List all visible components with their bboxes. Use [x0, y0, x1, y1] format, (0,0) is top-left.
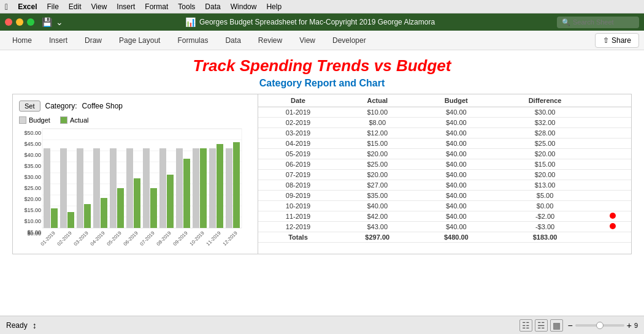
col-actual: Actual [338, 94, 417, 107]
svg-text:$35.00: $35.00 [24, 163, 41, 169]
indicator-cell [594, 191, 631, 201]
menu-excel[interactable]: Excel [18, 2, 37, 11]
cell-actual: $12.00 [338, 128, 417, 139]
tab-insert[interactable]: Insert [42, 32, 75, 48]
menu-tools[interactable]: Tools [178, 2, 195, 11]
zoom-in-icon[interactable]: + [627, 321, 632, 330]
table-row: 05-2019 $20.00 $40.00 $20.00 [258, 149, 631, 159]
share-label: Share [611, 36, 631, 45]
page-view-icon[interactable]: ☵ [535, 319, 548, 332]
zoom-thumb [596, 322, 604, 329]
cell-date: 08-2019 [258, 180, 338, 191]
svg-rect-23 [51, 208, 58, 228]
menu-window[interactable]: Window [231, 2, 257, 11]
search-input[interactable] [573, 18, 634, 26]
cell-budget: $40.00 [417, 118, 496, 128]
svg-text:$45.00: $45.00 [24, 141, 41, 147]
indicator-cell [594, 159, 631, 170]
table-section: Date Actual Budget Difference 01-2019 $1… [258, 94, 631, 254]
cell-diff: $20.00 [496, 149, 594, 159]
tab-view[interactable]: View [292, 32, 323, 48]
totals-label: Totals [258, 232, 338, 243]
maximize-button[interactable] [27, 18, 34, 26]
category-value: Coffee Shop [82, 102, 123, 110]
search-box[interactable]: 🔍 [557, 17, 639, 28]
report-container: Set Category: Coffee Shop Budget Actual … [12, 94, 632, 254]
table-row: 09-2019 $35.00 $40.00 $5.00 [258, 191, 631, 201]
main-content: Track Spending Trends vs Budget Category… [0, 50, 644, 316]
page-break-icon[interactable]: ▦ [550, 319, 563, 332]
cell-actual: $25.00 [338, 159, 417, 170]
save-icon[interactable]: 💾 [42, 17, 52, 27]
share-icon: ⇧ [603, 36, 609, 45]
cell-diff: $25.00 [496, 139, 594, 149]
cell-budget: $40.00 [417, 149, 496, 159]
svg-text:$40.00: $40.00 [24, 152, 41, 158]
cell-diff: -$2.00 [496, 211, 594, 222]
close-button[interactable] [5, 18, 12, 26]
svg-rect-35 [117, 188, 124, 228]
tab-draw[interactable]: Draw [77, 32, 109, 48]
cell-date: 02-2019 [258, 118, 338, 128]
apple-menu[interactable]:  [5, 2, 8, 12]
grid-view-icon[interactable]: ☷ [519, 319, 532, 332]
cell-actual: $8.00 [338, 118, 417, 128]
traffic-lights [5, 18, 34, 26]
svg-rect-43 [159, 148, 166, 228]
table-row: 03-2019 $12.00 $40.00 $28.00 [258, 128, 631, 139]
cell-budget: $40.00 [417, 201, 496, 211]
cell-actual: $15.00 [338, 139, 417, 149]
minimize-button[interactable] [16, 18, 23, 26]
indicator-cell [594, 139, 631, 149]
share-button[interactable]: ⇧ Share [595, 33, 639, 48]
menu-edit[interactable]: Edit [69, 2, 82, 11]
statusbar: Ready ↕ ☷ ☵ ▦ − + 9 [0, 316, 644, 334]
col-difference: Difference [496, 94, 594, 107]
cell-budget: $40.00 [417, 211, 496, 222]
svg-text:$50.00: $50.00 [24, 130, 41, 136]
tab-developer[interactable]: Developer [325, 32, 374, 48]
table-row: 02-2019 $8.00 $40.00 $32.00 [258, 118, 631, 128]
cell-diff: $15.00 [496, 159, 594, 170]
menu-format[interactable]: Format [145, 2, 168, 11]
svg-rect-34 [110, 148, 117, 228]
category-label: Category: [45, 102, 77, 110]
cell-diff: $28.00 [496, 128, 594, 139]
svg-text:11-2019: 11-2019 [205, 230, 223, 246]
dropdown-icon[interactable]: ⌄ [56, 17, 63, 27]
document-title: Georges Budget Spreadsheet for Mac-Copyr… [199, 18, 435, 26]
svg-rect-38 [134, 178, 140, 228]
indicator-cell [594, 211, 631, 222]
tab-formulas[interactable]: Formulas [170, 32, 215, 48]
menu-help[interactable]: Help [266, 2, 282, 11]
table-row: 10-2019 $40.00 $40.00 $0.00 [258, 201, 631, 211]
svg-rect-32 [101, 198, 107, 228]
zoom-out-icon[interactable]: − [568, 321, 573, 330]
svg-text:$30.00: $30.00 [24, 174, 41, 180]
budget-legend-box [19, 116, 26, 124]
set-button[interactable]: Set [19, 101, 40, 112]
totals-row: Totals $297.00 $480.00 $183.00 [258, 232, 631, 243]
svg-text:$15.00: $15.00 [24, 207, 41, 213]
col-indicator [594, 94, 631, 107]
menu-file[interactable]: File [47, 2, 58, 11]
data-table: Date Actual Budget Difference 01-2019 $1… [258, 94, 631, 243]
tab-review[interactable]: Review [251, 32, 289, 48]
indicator-cell [594, 180, 631, 191]
cell-actual: $27.00 [338, 180, 417, 191]
chart-legend: Budget Actual [19, 116, 251, 124]
cell-date: 12-2019 [258, 222, 338, 232]
tab-page-layout[interactable]: Page Layout [112, 32, 167, 48]
menu-data[interactable]: Data [205, 2, 220, 11]
tab-home[interactable]: Home [5, 32, 39, 48]
svg-rect-41 [150, 188, 157, 228]
menu-view[interactable]: View [91, 2, 107, 11]
tab-data[interactable]: Data [218, 32, 248, 48]
status-icon[interactable]: ↕ [33, 321, 37, 330]
svg-text:$10.00: $10.00 [24, 218, 41, 224]
indicator-cell [594, 222, 631, 232]
legend-budget: Budget [19, 116, 50, 124]
menu-insert[interactable]: Insert [117, 2, 135, 11]
svg-rect-47 [183, 159, 190, 228]
zoom-slider[interactable] [575, 324, 624, 327]
